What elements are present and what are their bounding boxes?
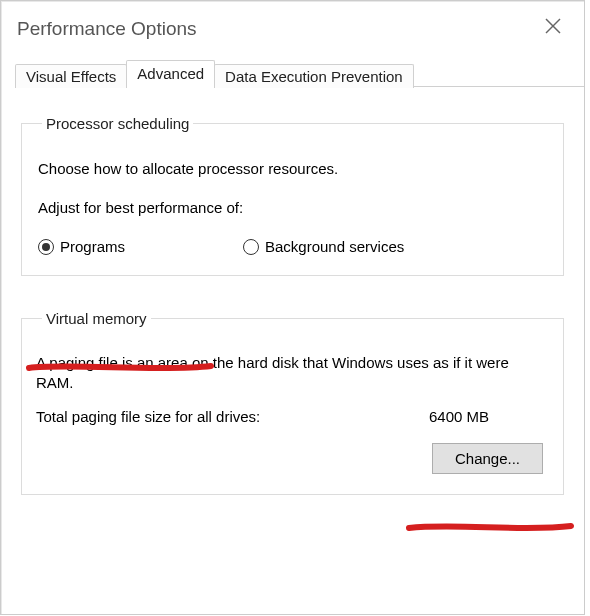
virtual-memory-group: Virtual memory A paging file is an area … — [21, 310, 564, 495]
change-button-row: Change... — [36, 443, 549, 474]
adjust-for-label: Adjust for best performance of: — [38, 199, 549, 216]
tabstrip: Visual Effects Advanced Data Execution P… — [15, 59, 584, 87]
radio-background-services-label: Background services — [265, 238, 404, 255]
processor-scheduling-legend: Processor scheduling — [42, 115, 193, 132]
paging-size-label: Total paging file size for all drives: — [36, 408, 260, 425]
close-icon — [545, 18, 561, 34]
titlebar: Performance Options — [1, 1, 584, 53]
radio-background-services[interactable] — [243, 239, 259, 255]
radio-row: Programs Background services — [38, 238, 549, 255]
close-button[interactable] — [536, 9, 570, 43]
window-title: Performance Options — [17, 18, 197, 40]
paging-size-row: Total paging file size for all drives: 6… — [36, 408, 549, 425]
tab-data-execution-prevention[interactable]: Data Execution Prevention — [214, 64, 414, 88]
virtual-memory-desc: A paging file is an area on the hard dis… — [36, 353, 549, 394]
performance-options-dialog: Performance Options Visual Effects Advan… — [0, 0, 585, 615]
paging-size-value: 6400 MB — [429, 408, 489, 425]
processor-scheduling-group: Processor scheduling Choose how to alloc… — [21, 115, 564, 276]
tab-visual-effects[interactable]: Visual Effects — [15, 64, 127, 88]
radio-programs-label: Programs — [60, 238, 125, 255]
radio-dot-icon — [42, 243, 50, 251]
virtual-memory-legend: Virtual memory — [42, 310, 151, 327]
radio-programs[interactable] — [38, 239, 54, 255]
change-button[interactable]: Change... — [432, 443, 543, 474]
processor-scheduling-desc: Choose how to allocate processor resourc… — [38, 160, 549, 177]
tab-advanced[interactable]: Advanced — [126, 60, 215, 87]
tab-content-advanced: Processor scheduling Choose how to alloc… — [1, 87, 584, 549]
